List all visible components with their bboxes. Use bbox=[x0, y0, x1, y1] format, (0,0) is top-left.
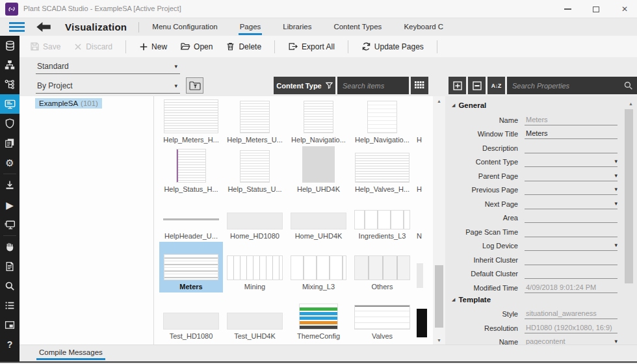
minimize-button[interactable] bbox=[560, 3, 575, 16]
scrollbar-thumb[interactable] bbox=[625, 109, 633, 283]
chevron-down-icon[interactable]: ▾ bbox=[614, 199, 618, 208]
page-item[interactable]: Ingredients_L3 bbox=[350, 195, 414, 242]
page-item[interactable]: Home_UHD4K bbox=[287, 195, 350, 242]
sidebar-item-layout[interactable] bbox=[0, 315, 20, 335]
new-button[interactable]: New bbox=[139, 42, 167, 51]
sort-az-button[interactable]: A↓Z bbox=[488, 77, 505, 94]
sidebar-item-security[interactable] bbox=[0, 114, 20, 133]
page-item[interactable]: Help_Meters_H... bbox=[159, 96, 223, 146]
properties-toolbar: A↓Z bbox=[448, 77, 637, 94]
section-general[interactable]: ◢ General bbox=[445, 99, 637, 111]
page-item[interactable]: Help_Navigatio... bbox=[287, 96, 350, 146]
parent-page-select[interactable]: ▾ bbox=[525, 171, 618, 181]
page-item[interactable]: Help_Valves_H... bbox=[350, 146, 414, 195]
sidebar-item-settings[interactable]: ⚙ bbox=[0, 153, 20, 172]
page-item[interactable]: Others bbox=[350, 242, 414, 292]
page-item[interactable]: Mining bbox=[223, 242, 287, 292]
chevron-down-icon[interactable]: ▾ bbox=[614, 240, 618, 250]
maximize-button[interactable] bbox=[589, 3, 603, 16]
section-template[interactable]: ◢ Template bbox=[445, 293, 637, 306]
collapse-all-button[interactable] bbox=[468, 77, 486, 94]
template-style-field[interactable]: situational_awareness bbox=[525, 309, 618, 319]
chevron-down-icon[interactable]: ▾ bbox=[614, 157, 618, 166]
page-item[interactable]: Help_UHD4K bbox=[287, 146, 350, 195]
expand-all-button[interactable] bbox=[448, 77, 466, 94]
close-button[interactable]: ✕ bbox=[618, 3, 632, 16]
page-item[interactable]: Test_UHD4K bbox=[223, 292, 287, 342]
page-item[interactable]: ThemeConfig bbox=[287, 292, 350, 342]
search-items-input[interactable] bbox=[337, 77, 409, 94]
tab-pages[interactable]: Pages bbox=[239, 20, 263, 35]
inherit-cluster-field[interactable] bbox=[525, 255, 618, 265]
discard-button[interactable]: Discard bbox=[73, 42, 112, 51]
scrollbar-thumb[interactable] bbox=[435, 265, 443, 328]
page-scan-time-field[interactable] bbox=[525, 227, 618, 237]
page-item[interactable]: HelpHeader_U... bbox=[159, 195, 223, 242]
sidebar-item-run[interactable]: ▶ bbox=[0, 195, 20, 214]
window-title-field[interactable]: Meters bbox=[525, 129, 618, 139]
sidebar-item-download[interactable] bbox=[0, 176, 20, 195]
page-item-selected[interactable]: Meters bbox=[159, 242, 223, 292]
style-dropdown[interactable]: Standard ▾ bbox=[36, 60, 180, 74]
scroll-up-arrow[interactable]: ▲ bbox=[433, 96, 445, 105]
sidebar-item-documents[interactable] bbox=[0, 257, 20, 276]
default-cluster-field[interactable] bbox=[525, 268, 618, 279]
page-item[interactable]: Help_Status_U... bbox=[223, 146, 287, 195]
hamburger-menu-button[interactable] bbox=[9, 22, 25, 32]
description-field[interactable] bbox=[525, 143, 618, 153]
page-item-clipped[interactable]: H bbox=[414, 96, 432, 146]
delete-button[interactable]: Delete bbox=[226, 42, 261, 51]
page-item-clipped[interactable] bbox=[414, 242, 432, 292]
page-item[interactable]: Help_Navigatio... bbox=[350, 96, 414, 146]
tab-libraries[interactable]: Libraries bbox=[281, 20, 313, 35]
compile-messages-tab[interactable]: Compile Messages bbox=[36, 347, 105, 360]
page-item-clipped[interactable]: N bbox=[414, 195, 432, 242]
tree-item-examplesa[interactable]: ExampleSA(101) bbox=[35, 98, 102, 109]
sidebar-item-tags[interactable] bbox=[0, 75, 20, 94]
chevron-down-icon[interactable]: ▾ bbox=[614, 185, 618, 194]
back-button[interactable] bbox=[36, 22, 51, 32]
grid-scrollbar[interactable]: ▲ ▼ bbox=[433, 96, 445, 344]
page-item[interactable]: Test_HD1080 bbox=[159, 292, 223, 342]
tab-content-types[interactable]: Content Types bbox=[332, 20, 383, 35]
scroll-up-arrow[interactable]: ▲ bbox=[625, 99, 637, 108]
tab-keyboard[interactable]: Keyboard C bbox=[402, 20, 445, 35]
content-type-select[interactable]: ▾ bbox=[525, 157, 618, 167]
export-all-button[interactable]: Export All bbox=[288, 42, 335, 51]
thumbnail-view-button[interactable] bbox=[411, 77, 428, 94]
page-item-clipped[interactable]: H bbox=[414, 146, 432, 195]
next-page-select[interactable]: ▾ bbox=[525, 199, 618, 209]
page-item-clipped[interactable] bbox=[414, 292, 432, 342]
search-properties-input[interactable] bbox=[507, 77, 637, 94]
page-item[interactable]: Valves bbox=[350, 292, 414, 342]
content-type-filter-button[interactable]: Content Type bbox=[274, 77, 335, 94]
chevron-down-icon[interactable]: ▾ bbox=[614, 171, 618, 180]
page-item[interactable]: Mixing_L3 bbox=[287, 242, 350, 292]
tab-menu-configuration[interactable]: Menu Configuration bbox=[151, 20, 218, 35]
page-item[interactable]: Home_HD1080 bbox=[223, 195, 287, 242]
template-resolution-field[interactable]: HD1080 (1920x1080, 16:9) bbox=[525, 323, 618, 333]
sidebar-item-database[interactable] bbox=[0, 36, 20, 55]
sidebar-item-deploy[interactable] bbox=[0, 214, 20, 234]
sidebar-item-list[interactable] bbox=[0, 296, 20, 315]
scroll-down-arrow[interactable]: ▼ bbox=[433, 335, 445, 344]
name-field[interactable]: Meters bbox=[525, 115, 618, 125]
previous-page-select[interactable]: ▾ bbox=[525, 185, 618, 195]
log-device-select[interactable]: ▾ bbox=[525, 240, 618, 251]
sidebar-item-help[interactable]: ? bbox=[0, 335, 20, 354]
sidebar-item-visualization[interactable] bbox=[0, 94, 20, 114]
page-item[interactable]: Help_Status_H... bbox=[159, 146, 223, 195]
properties-scrollbar[interactable]: ▲ bbox=[625, 99, 633, 341]
save-button[interactable]: Save bbox=[30, 42, 60, 51]
page-item[interactable]: Help_Meters_U... bbox=[223, 96, 287, 146]
modified-time-field[interactable]: 4/09/2018 9:01:24 PM bbox=[525, 283, 618, 293]
sidebar-item-find[interactable] bbox=[0, 276, 20, 296]
sidebar-item-gestures[interactable] bbox=[0, 237, 20, 257]
sidebar-item-pages[interactable] bbox=[0, 133, 20, 153]
grouping-dropdown[interactable]: By Project ▾ bbox=[36, 79, 180, 94]
sidebar-item-topology[interactable] bbox=[0, 55, 20, 75]
folder-filter-button[interactable] bbox=[186, 77, 203, 94]
open-button[interactable]: Open bbox=[180, 42, 213, 51]
update-pages-button[interactable]: Update Pages bbox=[361, 42, 424, 51]
area-field[interactable] bbox=[525, 213, 618, 223]
